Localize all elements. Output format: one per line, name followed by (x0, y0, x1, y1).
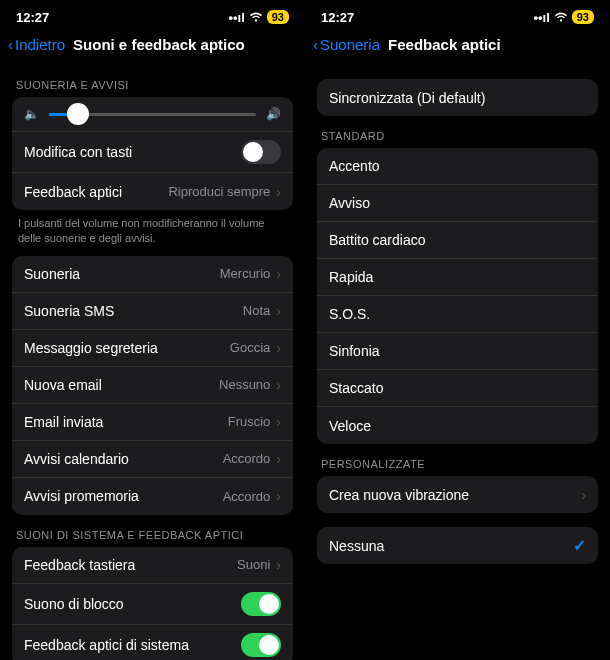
row-value: Mercurio› (220, 266, 281, 282)
row-label: Nessuna (329, 538, 384, 554)
row-value: Suoni› (237, 557, 281, 573)
row-reminder-alerts[interactable]: Avvisi promemoria Accordo› (12, 478, 293, 515)
row-keyboard-feedback[interactable]: Feedback tastiera Suoni› (12, 547, 293, 584)
row-label: Crea nuova vibrazione (329, 487, 469, 503)
section-header-custom: PERSONALIZZATE (317, 444, 598, 476)
option-rapida[interactable]: Rapida (317, 259, 598, 296)
option-label: Battito cardiaco (329, 232, 426, 248)
signal-icon: ••ıl (228, 10, 244, 25)
row-label: Feedback aptici (24, 184, 122, 200)
chevron-right-icon: › (276, 303, 281, 319)
page-title: Suoni e feedback aptico (73, 36, 245, 53)
row-value: Fruscio› (228, 414, 281, 430)
row-value: Goccia› (230, 340, 281, 356)
chevron-right-icon: › (276, 488, 281, 504)
row-value: Accordo› (223, 488, 281, 504)
option-avviso[interactable]: Avviso (317, 185, 598, 222)
section-footer: I pulsanti del volume non modificheranno… (12, 210, 293, 256)
row-system-haptics[interactable]: Feedback aptici di sistema (12, 625, 293, 660)
group-system: Feedback tastiera Suoni› Suono di blocco… (12, 547, 293, 660)
status-bar: 12:27 ••ıl 93 (305, 0, 610, 28)
section-header-standard: STANDARD (317, 116, 598, 148)
nav-bar: ‹ Suoneria Feedback aptici (305, 28, 610, 65)
speaker-high-icon: 🔊 (266, 107, 281, 121)
row-none[interactable]: Nessuna ✓ (317, 527, 598, 564)
clock: 12:27 (16, 10, 49, 25)
option-label: Staccato (329, 380, 383, 396)
chevron-right-icon: › (276, 451, 281, 467)
chevron-right-icon: › (276, 377, 281, 393)
row-change-with-buttons[interactable]: Modifica con tasti (12, 132, 293, 173)
page-title: Feedback aptici (388, 36, 501, 53)
row-create-vibration[interactable]: Crea nuova vibrazione › (317, 476, 598, 513)
battery-indicator: 93 (267, 10, 289, 24)
volume-slider[interactable] (49, 113, 256, 116)
option-battito[interactable]: Battito cardiaco (317, 222, 598, 259)
row-ringtone[interactable]: Suoneria Mercurio› (12, 256, 293, 293)
row-haptic-feedback[interactable]: Feedback aptici Riproduci sempre› (12, 173, 293, 210)
row-label: Suoneria SMS (24, 303, 114, 319)
toggle-system-haptics[interactable] (241, 633, 281, 657)
toggle-lock-sound[interactable] (241, 592, 281, 616)
chevron-left-icon: ‹ (8, 36, 13, 53)
row-label: Suono di blocco (24, 596, 124, 612)
back-button[interactable]: ‹ Suoneria (313, 36, 380, 53)
row-synced[interactable]: Sincronizzata (Di default) (317, 79, 598, 116)
option-veloce[interactable]: Veloce (317, 407, 598, 444)
section-header-system: SUONI DI SISTEMA E FEEDBACK APTICI (12, 515, 293, 547)
back-button[interactable]: ‹ Indietro (8, 36, 65, 53)
option-label: Accento (329, 158, 380, 174)
option-label: Rapida (329, 269, 373, 285)
option-staccato[interactable]: Staccato (317, 370, 598, 407)
speaker-low-icon: 🔈 (24, 107, 39, 121)
chevron-right-icon: › (276, 414, 281, 430)
row-value: Nessuno› (219, 377, 281, 393)
row-voicemail[interactable]: Messaggio segreteria Goccia› (12, 330, 293, 367)
content: SUONERIA E AVVISI 🔈 🔊 Modifica con tasti… (0, 65, 305, 660)
row-label: Modifica con tasti (24, 144, 132, 160)
row-text-tone[interactable]: Suoneria SMS Nota› (12, 293, 293, 330)
option-label: S.O.S. (329, 306, 370, 322)
chevron-right-icon: › (581, 487, 586, 503)
row-calendar-alerts[interactable]: Avvisi calendario Accordo› (12, 441, 293, 478)
row-new-mail[interactable]: Nuova email Nessuno› (12, 367, 293, 404)
status-indicators: ••ıl 93 (533, 10, 594, 25)
signal-icon: ••ıl (533, 10, 549, 25)
right-screen: 12:27 ••ıl 93 ‹ Suoneria Feedback aptici… (305, 0, 610, 660)
option-label: Avviso (329, 195, 370, 211)
row-label: Messaggio segreteria (24, 340, 158, 356)
row-label: Sincronizzata (Di default) (329, 90, 485, 106)
section-header-ringtone: SUONERIA E AVVISI (12, 65, 293, 97)
row-label: Nuova email (24, 377, 102, 393)
group-sounds: Suoneria Mercurio› Suoneria SMS Nota› Me… (12, 256, 293, 515)
group-ringtone: 🔈 🔊 Modifica con tasti Feedback aptici R… (12, 97, 293, 210)
chevron-right-icon: › (276, 266, 281, 282)
chevron-left-icon: ‹ (313, 36, 318, 53)
toggle-knob (243, 142, 263, 162)
slider-knob[interactable] (67, 103, 89, 125)
row-label: Avvisi promemoria (24, 488, 139, 504)
row-label: Email inviata (24, 414, 103, 430)
option-label: Veloce (329, 418, 371, 434)
wifi-icon (249, 10, 263, 25)
chevron-right-icon: › (276, 340, 281, 356)
toggle-knob (259, 635, 279, 655)
group-none: Nessuna ✓ (317, 527, 598, 564)
row-label: Suoneria (24, 266, 80, 282)
battery-indicator: 93 (572, 10, 594, 24)
row-label: Feedback aptici di sistema (24, 637, 189, 653)
option-sos[interactable]: S.O.S. (317, 296, 598, 333)
row-label: Avvisi calendario (24, 451, 129, 467)
group-custom: Crea nuova vibrazione › (317, 476, 598, 513)
row-sent-mail[interactable]: Email inviata Fruscio› (12, 404, 293, 441)
check-icon: ✓ (573, 536, 586, 555)
chevron-right-icon: › (276, 184, 281, 200)
back-label: Suoneria (320, 36, 380, 53)
option-sinfonia[interactable]: Sinfonia (317, 333, 598, 370)
left-screen: 12:27 ••ıl 93 ‹ Indietro Suoni e feedbac… (0, 0, 305, 660)
option-accento[interactable]: Accento (317, 148, 598, 185)
status-indicators: ••ıl 93 (228, 10, 289, 25)
row-lock-sound[interactable]: Suono di blocco (12, 584, 293, 625)
row-value: Accordo› (223, 451, 281, 467)
toggle-change-with-buttons[interactable] (241, 140, 281, 164)
